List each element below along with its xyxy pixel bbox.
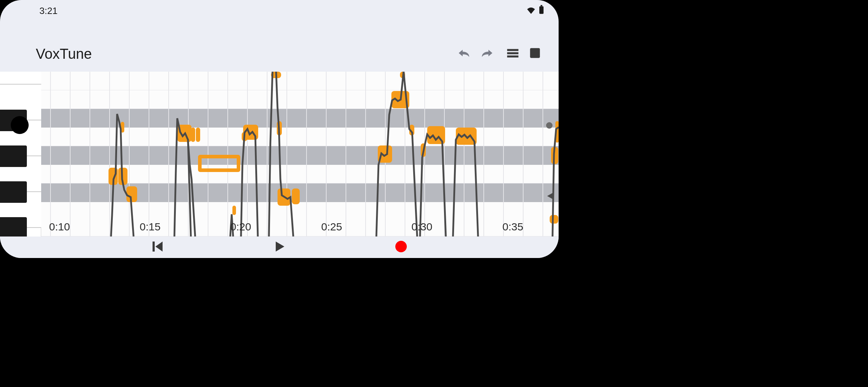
black-key[interactable]: [0, 217, 27, 236]
svg-rect-7: [153, 242, 155, 252]
menu-icon[interactable]: [506, 47, 519, 61]
skip-previous-icon[interactable]: [150, 239, 165, 255]
svg-point-6: [546, 122, 553, 129]
black-key[interactable]: [0, 145, 27, 167]
time-label: 0:35: [502, 221, 523, 233]
transport-bar: [0, 236, 559, 258]
black-key[interactable]: [0, 181, 27, 203]
svg-rect-1: [541, 5, 542, 6]
svg-rect-3: [507, 52, 519, 54]
pitch-curve: [41, 72, 559, 236]
app-title: VoxTune: [36, 46, 92, 62]
toolbar: [455, 47, 541, 61]
svg-rect-2: [507, 49, 519, 51]
time-label: 0:10: [49, 221, 70, 233]
pitch-editor[interactable]: 0:10 0:15 0:20 0:25 0:30 0:35 C4: [0, 72, 559, 236]
device-frame: 3:21 VoxTune: [0, 0, 559, 258]
piano-keyboard[interactable]: C4: [0, 72, 41, 236]
time-label: 0:25: [321, 221, 342, 233]
svg-rect-4: [507, 56, 519, 58]
svg-rect-0: [539, 6, 544, 14]
marker-dot-icon: [546, 122, 553, 129]
time-label: 0:20: [230, 221, 251, 233]
undo-icon[interactable]: [455, 47, 471, 61]
battery-icon: [539, 5, 544, 17]
app-bar: VoxTune: [0, 41, 559, 66]
svg-rect-5: [530, 48, 540, 58]
wifi-icon: [526, 5, 536, 16]
white-key[interactable]: [0, 72, 41, 85]
record-icon[interactable]: [394, 239, 408, 255]
stop-icon[interactable]: [529, 47, 541, 60]
playhead-marker[interactable]: [11, 116, 29, 134]
grid[interactable]: 0:10 0:15 0:20 0:25 0:30 0:35: [41, 72, 559, 236]
time-label: 0:30: [411, 221, 432, 233]
marker-triangle-icon: [546, 192, 554, 200]
play-icon[interactable]: [272, 239, 286, 255]
svg-point-8: [395, 241, 407, 252]
status-bar: 3:21: [0, 0, 559, 22]
side-markers: [544, 72, 555, 236]
redo-icon[interactable]: [481, 47, 496, 61]
status-time: 3:21: [39, 5, 58, 16]
time-label: 0:15: [140, 221, 160, 233]
